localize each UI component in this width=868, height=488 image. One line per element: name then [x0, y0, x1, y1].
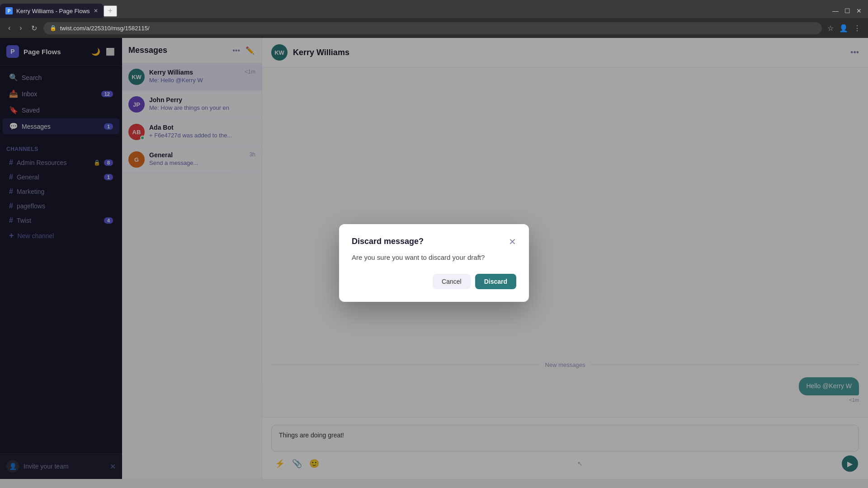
tab-title: Kerry Williams - Page Flows — [16, 8, 90, 14]
modal-title: Discard message? — [352, 237, 424, 246]
address-bar[interactable]: 🔒 twist.com/a/225310/msg/1582115/ — [43, 22, 822, 34]
modal-close-button[interactable]: ✕ — [509, 237, 516, 246]
close-button[interactable]: ✕ — [854, 5, 864, 16]
discard-modal: Discard message? ✕ Are you sure you want… — [339, 224, 529, 302]
forward-button[interactable]: › — [17, 22, 24, 34]
minimize-button[interactable]: — — [830, 5, 841, 16]
discard-button[interactable]: Discard — [475, 274, 516, 289]
modal-overlay: Discard message? ✕ Are you sure you want… — [0, 38, 868, 479]
profile-button[interactable]: 👤 — [837, 22, 850, 34]
modal-header: Discard message? ✕ — [352, 237, 516, 246]
bookmark-button[interactable]: ☆ — [826, 22, 835, 34]
browser-tab[interactable]: P Kerry Williams - Page Flows ✕ — [0, 4, 104, 18]
cancel-button[interactable]: Cancel — [433, 274, 471, 289]
modal-body-text: Are you sure you want to discard your dr… — [352, 253, 485, 261]
extensions-button[interactable]: ⋮ — [852, 22, 863, 34]
modal-body: Are you sure you want to discard your dr… — [352, 253, 516, 261]
back-button[interactable]: ‹ — [5, 22, 13, 34]
address-text: twist.com/a/225310/msg/1582115/ — [60, 25, 150, 32]
modal-footer: Cancel Discard — [352, 274, 516, 289]
reload-button[interactable]: ↻ — [28, 22, 40, 34]
tab-close-button[interactable]: ✕ — [94, 8, 98, 14]
tab-favicon: P — [5, 7, 13, 14]
lock-icon: 🔒 — [50, 25, 57, 31]
maximize-button[interactable]: ☐ — [842, 5, 853, 16]
new-tab-button[interactable]: + — [104, 5, 118, 17]
